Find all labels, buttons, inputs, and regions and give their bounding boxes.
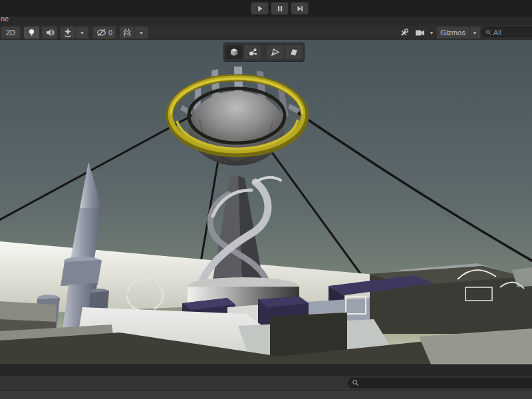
- chevron-down-icon: ▼: [473, 31, 477, 35]
- unity-editor-window: ne 2D ▼: [0, 0, 532, 399]
- scene-audio-toggle[interactable]: [42, 27, 57, 39]
- play-button[interactable]: [251, 2, 269, 15]
- chevron-down-icon: ▼: [139, 31, 144, 35]
- quad-icon: [289, 47, 299, 58]
- play-icon: [255, 4, 265, 13]
- cone-outline-icon: [270, 47, 281, 58]
- joint-tool-button[interactable]: [244, 45, 261, 59]
- quad-tool-button[interactable]: [285, 45, 303, 59]
- playmode-controls: [251, 2, 309, 15]
- step-icon: [295, 4, 305, 13]
- camera-icon: [415, 29, 426, 37]
- wrench-icon: [399, 28, 409, 38]
- edit-tools-palette: [223, 43, 305, 62]
- scene-visibility-toggle[interactable]: 0: [93, 27, 116, 39]
- scene-grid-toggle[interactable]: [120, 27, 134, 39]
- step-button[interactable]: [291, 2, 309, 15]
- gizmos-dropdown[interactable]: Gizmos: [437, 27, 469, 39]
- joint-icon: [247, 47, 258, 58]
- scene-grid-dropdown[interactable]: ▼: [135, 27, 148, 39]
- bottom-strip: [0, 390, 532, 399]
- magnifier-icon: [352, 379, 360, 387]
- eye-off-icon: [96, 28, 106, 37]
- magnifier-icon: [485, 29, 492, 37]
- effects-icon: [63, 28, 72, 37]
- speaker-icon: [45, 28, 55, 37]
- pause-icon: [275, 4, 285, 13]
- chevron-down-icon: ▼: [80, 31, 84, 35]
- scene-camera-dropdown[interactable]: ▼: [428, 27, 436, 39]
- scene-camera-button[interactable]: [412, 27, 428, 39]
- scene-tab-strip: ne: [0, 17, 532, 25]
- scene-viewport[interactable]: [0, 40, 532, 364]
- bottom-separator: [0, 364, 532, 376]
- scene-view-toolbar: 2D ▼ 0: [0, 25, 532, 41]
- bottom-panel-bar: [0, 376, 532, 390]
- cube-icon: [229, 47, 239, 58]
- gizmos-dropdown-arrow[interactable]: ▼: [469, 27, 480, 39]
- bottom-search-input[interactable]: [360, 378, 522, 388]
- pause-button[interactable]: [271, 2, 289, 15]
- main-toolbar: [0, 0, 532, 17]
- bottom-search-field[interactable]: [348, 378, 532, 388]
- 2d-toggle-label: 2D: [6, 29, 15, 37]
- gizmos-label: Gizmos: [440, 29, 465, 37]
- 2d-toggle-button[interactable]: 2D: [1, 27, 20, 39]
- hidden-objects-count: 0: [108, 29, 112, 37]
- scene-search-field[interactable]: [481, 27, 532, 37]
- scene-search-input[interactable]: [492, 28, 532, 37]
- cube-tool-button[interactable]: [225, 45, 243, 59]
- scene-lighting-toggle[interactable]: [24, 27, 39, 39]
- scene-effects-dropdown[interactable]: ▼: [76, 27, 88, 39]
- scene-tools-button[interactable]: [396, 27, 411, 39]
- chevron-down-icon: ▼: [430, 31, 434, 35]
- cone-tool-button[interactable]: [267, 45, 284, 59]
- bulb-icon: [27, 28, 36, 37]
- grid-icon: [122, 28, 132, 37]
- scene-tab-label[interactable]: ne: [1, 15, 9, 23]
- scene-effects-toggle[interactable]: [61, 27, 75, 39]
